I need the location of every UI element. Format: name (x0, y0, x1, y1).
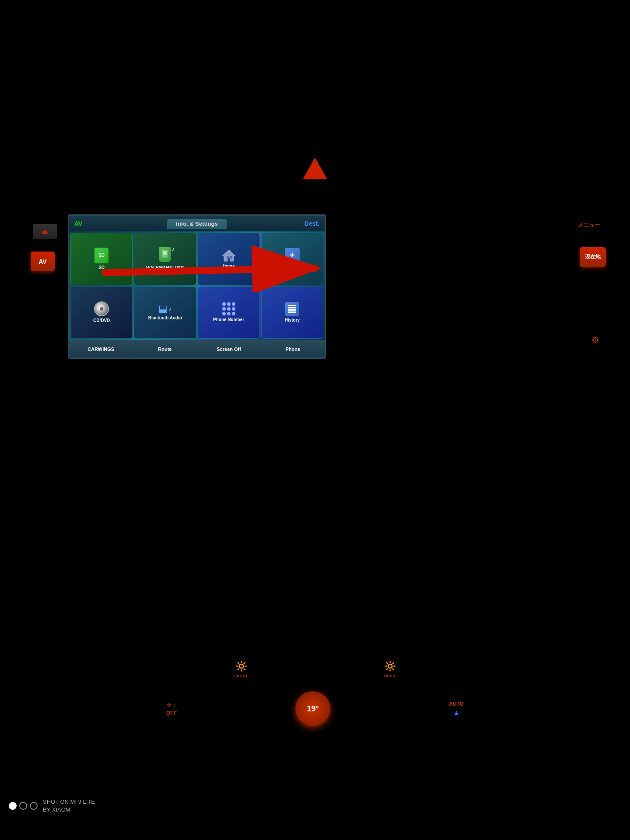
header-title: Info. & Settings (176, 220, 217, 227)
genchi-label: 現在地 (585, 253, 601, 261)
shot-on-text: SHOT ON MI 9 LITE BY XIAOMI (43, 798, 95, 814)
auto-indicator: ▲ (453, 709, 460, 717)
temperature-dial[interactable]: 19° (295, 691, 330, 726)
av-label: AV (38, 258, 46, 265)
screen-header: AV Info. & Settings Dest. (69, 216, 325, 231)
dot-1 (9, 802, 17, 810)
poi-label: POI Name (282, 265, 302, 270)
hazard-button[interactable] (303, 158, 327, 179)
svg-rect-4 (230, 256, 232, 259)
sd-button[interactable]: SD (70, 233, 133, 285)
svg-marker-2 (222, 250, 235, 261)
auto-controls: AUTO ▲ (449, 701, 464, 717)
rear-heat-label: REAR (384, 674, 396, 678)
svg-rect-3 (227, 256, 229, 259)
home-button[interactable]: Home (198, 233, 260, 285)
poi-icon (285, 248, 300, 263)
dest-label: Dest. (304, 220, 319, 227)
av-button[interactable]: AV (31, 252, 55, 271)
eject-icon: ⏏ (42, 228, 48, 236)
xiaomi-dots (9, 802, 38, 810)
settings-button[interactable]: ⚙ (592, 335, 599, 345)
menu-label: メニュー (578, 221, 600, 229)
phone-button[interactable]: Phone (261, 340, 325, 357)
carwings-button[interactable]: CARWINGS (69, 340, 133, 357)
dot-2 (19, 802, 27, 810)
bottom-controls-area: 🔆 FRONT 🔆 REAR ❄ + OFF 19° AUTO ▲ (166, 661, 464, 726)
history-button[interactable]: History (261, 287, 323, 339)
fan-plus-icon: ❄ + (167, 702, 176, 708)
cd-icon (94, 301, 109, 316)
bluetooth-icon: ⬓ ♪ (158, 304, 172, 314)
main-screen: AV Info. & Settings Dest. SD ♪ WALKMAN®/… (68, 214, 326, 359)
poi-name-button[interactable]: POI Name (261, 233, 323, 285)
rear-heat-icon: 🔆 (384, 661, 396, 672)
genchi-button[interactable]: 現在地 (580, 247, 606, 267)
cddvd-button[interactable]: CD/DVD (70, 287, 133, 339)
cddvd-label: CD/DVD (93, 318, 110, 323)
sd-icon (94, 248, 108, 263)
keypad-icon (222, 302, 235, 315)
hazard-triangle-icon (303, 158, 327, 179)
rear-heat-button[interactable]: 🔆 REAR (384, 661, 396, 678)
temperature-value: 19° (307, 704, 318, 714)
route-button[interactable]: Route (133, 340, 197, 357)
eject-button[interactable]: ⏏ (33, 224, 57, 239)
bluetooth-audio-button[interactable]: ⬓ ♪ Bluetooth Audio (134, 287, 196, 339)
watermark: SHOT ON MI 9 LITE BY XIAOMI (9, 798, 95, 814)
off-label: OFF (166, 710, 177, 716)
phone-number-button[interactable]: Phone Number (198, 287, 260, 339)
phone-number-label: Phone Number (213, 317, 244, 322)
info-settings-tab[interactable]: Info. & Settings (167, 219, 226, 229)
front-heat-icon: 🔆 (235, 661, 247, 672)
home-icon (221, 249, 236, 262)
history-label: History (285, 318, 300, 323)
front-heat-button[interactable]: 🔆 FRONT (234, 661, 248, 678)
screen-off-button[interactable]: Screen Off (197, 340, 261, 357)
walkman-button[interactable]: ♪ WALKMAN®/ USB (134, 233, 196, 285)
bluetooth-label: Bluetooth Audio (148, 315, 182, 321)
dot-3 (30, 802, 38, 810)
walkman-label: WALKMAN®/ USB (146, 266, 184, 271)
icon-grid: SD ♪ WALKMAN®/ USB Home (69, 231, 325, 340)
av-mode-label: AV (74, 220, 82, 227)
front-heat-label: FRONT (234, 674, 248, 678)
fan-controls: ❄ + OFF (166, 702, 177, 716)
auto-label: AUTO (449, 701, 464, 707)
svg-rect-1 (163, 251, 167, 255)
home-label: Home (223, 264, 235, 269)
sd-label: SD (98, 265, 105, 270)
bottom-bar: CARWINGS Route Screen Off Phone (69, 340, 325, 357)
settings-icon: ⚙ (592, 335, 599, 345)
walkman-icon: ♪ (159, 247, 171, 264)
history-icon (285, 302, 299, 316)
